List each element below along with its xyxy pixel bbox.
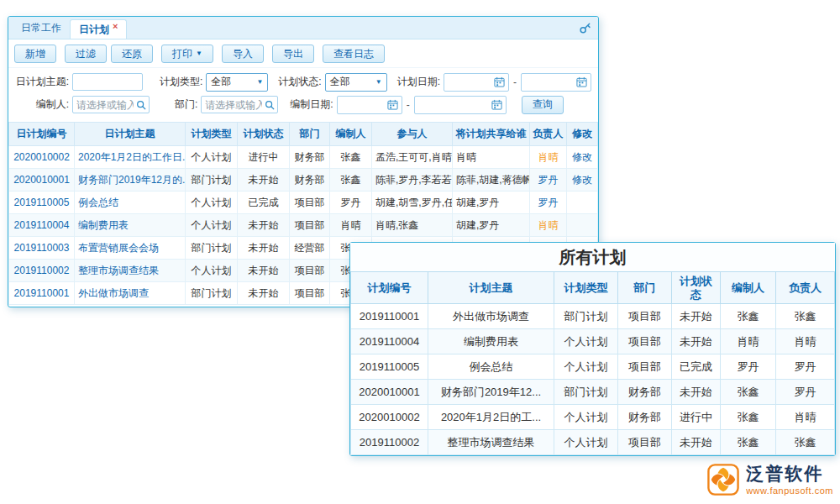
all-plans-row: 2020010002 2020年1月2日的工... 个人计划 财务部 进行中 张… [351,405,835,430]
tab-bar: 日常工作 日计划 × [8,17,598,39]
filter-button[interactable]: 过滤 [65,45,107,63]
compile-date-from-input[interactable] [337,96,402,114]
plan-code-link[interactable]: 2019110005 [9,192,75,214]
view-log-button[interactable]: 查看日志 [323,45,385,63]
tab-daily-plan[interactable]: 日计划 × [70,19,127,39]
status-filter-label: 计划状态: [278,75,321,89]
status-select[interactable]: 全部 ▼ [325,73,387,92]
all-plans-table: 计划编号计划主题计划类型部门计划状态编制人负责人 2019110001 外出做市… [350,271,835,455]
plan-subject-link[interactable]: 外出做市场调查 [75,282,186,305]
plan-status-cell: 已完成 [672,354,721,380]
close-tab-icon[interactable]: × [113,21,118,31]
print-button[interactable]: 打印 ▼ [161,45,213,63]
plan-date-from-input[interactable] [444,73,509,92]
type-select-value: 全部 [211,75,231,89]
daily-plan-header-row: 日计划编号日计划主题计划类型计划状态部门编制人参与人将计划共享给谁负责人修改 [9,123,598,146]
all-plans-title: 所有计划 [350,243,835,271]
export-button[interactable]: 导出 [272,45,314,63]
column-header[interactable]: 负责人 [530,123,567,146]
plan-owner-cell: 罗丹 [776,354,835,380]
export-button-label: 导出 [283,47,303,61]
all-plans-window: 所有计划 计划编号计划主题计划类型部门计划状态编制人负责人 2019110001… [349,242,836,456]
modify-link[interactable]: 修改 [567,169,598,192]
search-icon[interactable] [265,100,275,110]
type-select[interactable]: 全部 ▼ [206,73,268,92]
column-header[interactable]: 参与人 [372,123,453,146]
plan-subject-cell: 整理市场调查结果 [428,430,554,455]
plan-owner-cell: 张鑫 [776,430,835,455]
desktop: 日常工作 日计划 × 新增 过滤 还原 [0,0,840,504]
plan-code-link[interactable]: 2020010002 [9,146,75,169]
daily-plan-row[interactable]: 2020010002 2020年1月2日的工作日... 个人计划 进行中 财务部… [9,146,598,169]
plan-subject-link[interactable]: 布置营销展会会场 [75,237,186,260]
column-header[interactable]: 部门 [290,123,330,146]
plan-author-cell: 张鑫 [330,169,372,192]
plan-participants-cell: 胡建,胡雪,罗丹,任晓... [372,192,453,214]
compile-date-filter-label: 编制日期: [290,97,333,112]
plan-status-cell: 未开始 [238,260,290,282]
compile-date-to-input[interactable] [414,96,507,114]
restore-button-label: 还原 [122,47,142,61]
plan-type-cell: 部门计划 [554,380,618,405]
plan-share-cell: 陈菲,胡建,蒋德帆,... [453,169,530,192]
plan-status-cell: 未开始 [238,214,290,237]
query-button-label: 查询 [533,97,553,112]
plan-code-link[interactable]: 2019110002 [9,260,75,282]
type-filter-label: 计划类型: [160,75,202,89]
plan-code-link[interactable]: 2020010001 [9,169,75,192]
plan-dept-cell: 经营部 [290,237,330,260]
tab-daily-work-label: 日常工作 [21,21,61,35]
plan-owner-cell: 罗丹 [776,380,835,405]
modify-link[interactable] [567,192,598,214]
plan-status-cell: 未开始 [672,329,721,354]
plan-date-to-input[interactable] [521,73,591,92]
calendar-icon [494,76,505,87]
plan-subject-cell: 编制费用表 [428,329,554,354]
filter-button-label: 过滤 [76,47,96,61]
column-header[interactable]: 修改 [567,123,598,146]
plan-subject-link[interactable]: 2020年1月2日的工作日... [75,146,186,169]
query-button[interactable]: 查询 [522,96,564,114]
column-header[interactable]: 日计划编号 [9,123,75,146]
plan-code-link[interactable]: 2019110004 [9,214,75,237]
daily-plan-row[interactable]: 2019110004 编制费用表 个人计划 未开始 项目部 肖晴 肖晴,张鑫 胡… [9,214,598,237]
import-button[interactable]: 导入 [222,45,264,63]
plan-code-cell: 2020010001 [351,380,428,405]
plan-type-cell: 个人计划 [186,214,238,237]
modify-link[interactable] [567,214,598,237]
fanpu-logo: 泛普软件 www.fanpusoft.com [707,464,833,496]
column-header: 计划主题 [428,272,554,304]
plan-author-cell: 张鑫 [721,405,776,430]
search-icon[interactable] [136,100,146,110]
column-header: 计划编号 [351,272,428,304]
plan-subject-link[interactable]: 例会总结 [75,192,186,214]
plan-subject-cell: 2020年1月2日的工... [428,405,554,430]
subject-filter-input[interactable] [72,73,143,91]
all-plans-table-body: 2019110001 外出做市场调查 部门计划 项目部 未开始 张鑫 张鑫 20… [351,304,835,455]
modify-link[interactable]: 修改 [567,146,598,169]
filter-restore-group: 过滤 还原 [65,45,153,63]
plan-subject-link[interactable]: 财务部门2019年12月的... [75,169,186,192]
all-plans-row: 2020010001 财务部门2019年12... 部门计划 财务部 未开始 张… [351,380,835,405]
daily-plan-row[interactable]: 2019110005 例会总结 个人计划 已完成 项目部 罗丹 胡建,胡雪,罗丹… [9,192,598,214]
plan-subject-link[interactable]: 编制费用表 [75,214,186,237]
daily-plan-row[interactable]: 2020010001 财务部门2019年12月的... 部门计划 未开始 财务部… [9,169,598,192]
add-button[interactable]: 新增 [14,45,56,63]
plan-status-cell: 进行中 [238,146,290,169]
column-header[interactable]: 将计划共享给谁 [453,123,530,146]
plan-share-cell: 胡建,罗丹 [453,214,530,237]
plan-code-link[interactable]: 2019110001 [9,282,75,305]
plan-subject-link[interactable]: 整理市场调查结果 [75,260,186,282]
column-header[interactable]: 日计划主题 [75,123,186,146]
plan-dept-cell: 项目部 [618,329,672,354]
restore-button[interactable]: 还原 [111,45,153,63]
column-header[interactable]: 计划状态 [238,123,290,146]
tab-daily-work[interactable]: 日常工作 [13,17,70,39]
logo-website-link[interactable]: www.fanpusoft.com [746,486,833,496]
subject-filter-label: 日计划主题: [13,75,69,89]
column-header[interactable]: 编制人 [330,123,372,146]
plan-code-link[interactable]: 2019110003 [9,237,75,260]
column-header[interactable]: 计划类型 [186,123,238,146]
key-icon[interactable] [579,22,591,34]
calendar-icon [576,76,587,87]
